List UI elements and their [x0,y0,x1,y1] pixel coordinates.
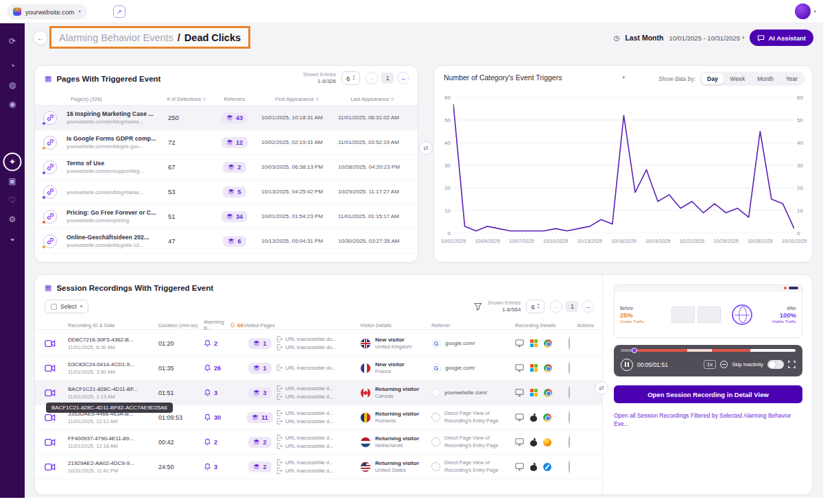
session-recordings-card: ▦ Session Recordings With Triggered Even… [34,274,813,495]
bell-icon [230,322,235,328]
sidebar-item-collapse-sidebar[interactable]: ⟳ [0,32,25,51]
recording-date: 11/01/2025, 1:13 AM [68,394,158,400]
row-actions-button[interactable] [569,411,570,424]
avatar[interactable] [795,3,811,19]
referrers-badge[interactable]: 43 [222,112,248,123]
shown-entries-value: 1-6/326 [318,78,336,85]
next-page-button[interactable]: → [397,72,409,84]
column-referrers[interactable]: Referrers [211,96,259,102]
column-last-appearance[interactable]: Last Appearance⇅ [335,96,409,102]
granularity-month[interactable]: Month [751,73,780,84]
skip-inactivity-toggle[interactable] [767,360,784,369]
page-size-stepper[interactable]: 6 ▲▼ [526,300,545,313]
visited-pages-badge[interactable]: 1 [248,363,271,374]
column-visited-pages[interactable]: Visited Pages [243,322,360,328]
visited-pages-badge[interactable]: 1 [248,338,271,349]
referrers-badge[interactable]: 12 [222,137,248,148]
recording-row[interactable]: 21929AE2-AA02-4DC9-9...10/31/2025, 11:42… [35,455,602,479]
collapse-detail-panel-button[interactable]: ⇄ [595,381,608,395]
chat-icon [757,34,765,42]
select-all-checkbox[interactable] [51,304,57,310]
collapse-panel-button[interactable]: ⇄ [419,141,433,155]
pages-table-row[interactable]: Pricing: Go Free Forever or C...yourwebs… [35,204,418,229]
prev-page-button[interactable]: ← [366,72,378,84]
referrer-text: google.com/ [445,340,475,346]
prev-page-button[interactable]: ← [550,300,562,313]
windows-icon [530,339,538,347]
chevron-down-icon[interactable]: ▾ [813,9,816,14]
pages-table-row[interactable]: Online-Geschäftsideen 202...yourwebsite.… [35,229,418,254]
pages-table-row[interactable]: yourwebsite.com/en/blog/marke...53510/13… [35,180,418,204]
granularity-day[interactable]: Day [701,73,724,84]
column-pages[interactable]: Page(s) (326) [67,96,163,102]
column-duration[interactable]: Duration (mm:ss) [158,322,204,328]
recording-row[interactable]: DD8C7216-30F3-4362-B...11/01/2025, 6:30 … [35,331,602,356]
back-button[interactable]: ← [33,30,48,45]
stepper-arrows-icon[interactable]: ▲▼ [352,75,355,82]
sidebar-item-settings[interactable]: ⚙ [0,210,25,229]
alarming-count: 3 [204,389,243,396]
sidebar-item-account[interactable]: ◒ [0,229,25,248]
playback-speed-button[interactable]: 1x [704,360,716,369]
playhead[interactable] [632,348,637,353]
page-link-icon [43,160,58,174]
category-select[interactable]: Number of Category's Event Triggers ▾ [444,73,625,82]
column-first-appearance[interactable]: First Appearance⇅ [259,96,335,102]
visited-pages-badge[interactable]: 2 [248,437,271,448]
pages-table-row[interactable]: Is Google Forms GDPR comp...yourwebsite.… [35,130,418,155]
referrers-badge[interactable]: 5 [223,187,246,197]
select-dropdown[interactable]: Select ▾ [45,300,88,313]
column-detections[interactable]: # of Detections⇅ [163,96,211,102]
row-actions-button[interactable] [569,435,570,448]
recording-row[interactable]: FF400937-4790-4E11-89...11/01/2025, 12:1… [35,430,602,455]
row-actions-button[interactable] [569,361,570,374]
page-size-stepper[interactable]: 6 ▲▼ [342,71,360,85]
x-tick-label: 10/16/2025 [611,238,636,244]
fullscreen-button[interactable] [788,361,796,368]
row-actions-button[interactable] [569,460,570,473]
row-actions-button[interactable] [569,386,570,399]
sidebar-item-dashboard[interactable]: ◔ [0,56,25,75]
filter-icon[interactable] [474,302,482,311]
sidebar-item-heatmaps[interactable]: ◍ [0,75,25,95]
row-actions-button[interactable] [569,337,570,350]
visited-pages-badge[interactable]: 3 [248,387,271,398]
next-page-button[interactable]: → [582,300,594,313]
ai-assistant-button[interactable]: AI Assistant [750,29,813,46]
sidebar-item-recordings[interactable]: ◉ [0,95,25,114]
recording-preview[interactable]: Before 25% Visible Traffic After 100% Vi… [614,285,802,338]
sidebar-item-alarming-events[interactable]: ✦ [0,152,25,171]
detections-count: 250 [163,114,211,121]
player-timeline[interactable] [621,349,796,352]
pages-table-row[interactable]: Terms of Useyourwebsite.com/en/support/l… [35,155,418,180]
referrers-badge[interactable]: 6 [223,236,246,247]
open-detail-view-button[interactable]: Open Session Recording in Detail View [614,385,802,403]
open-in-new-button[interactable]: ↗ [113,5,126,18]
sidebar-item-favorites[interactable]: ♡ [0,191,25,210]
visited-pages-badge[interactable]: 11 [247,412,273,423]
referrers-badge[interactable]: 34 [222,211,248,222]
date-range-picker[interactable]: 10/01/2025 - 10/31/2025 ▾ [669,34,744,42]
before-label: Before [620,306,660,311]
visitor-country: Canada [375,393,419,399]
pause-button[interactable] [621,359,633,371]
video-player: 00:05/01:51 1x Skip Inactivity [614,345,802,376]
column-alarming[interactable]: Alarming B... 66 [204,319,243,331]
recording-row[interactable]: BACF1C21-828C-4D11-BF...11/01/2025, 1:13… [35,381,602,405]
stepper-arrows-icon[interactable]: ▲▼ [537,303,540,310]
chrome-icon [543,413,551,422]
open-filtered-recordings-link[interactable]: Open all Session Recordings Filtered by … [614,412,802,429]
recording-id: FF400937-4790-4E11-89... [68,435,158,442]
breadcrumb-parent[interactable]: Alarming Behavior Events [59,32,174,43]
visited-pages-badge[interactable]: 2 [248,461,271,472]
column-recording-details[interactable]: Recording Details [515,322,569,328]
site-selector[interactable]: yourwebsite.com ▾ [7,4,87,19]
column-visitor-details[interactable]: Visitor Details [360,322,431,328]
column-referrer[interactable]: Referrer [431,322,515,328]
referrers-badge[interactable]: 2 [223,162,246,173]
pages-table-row[interactable]: 16 Inspiring Marketing Case ...yourwebsi… [35,106,418,130]
granularity-week[interactable]: Week [724,73,752,84]
column-recording-id[interactable]: Recording ID & Date [68,322,158,328]
recording-row[interactable]: D3C83C24-0414-4CD1-9...11/01/2025, 3:50 … [35,356,602,381]
sidebar-item-feedback[interactable]: ▣ [0,171,25,191]
